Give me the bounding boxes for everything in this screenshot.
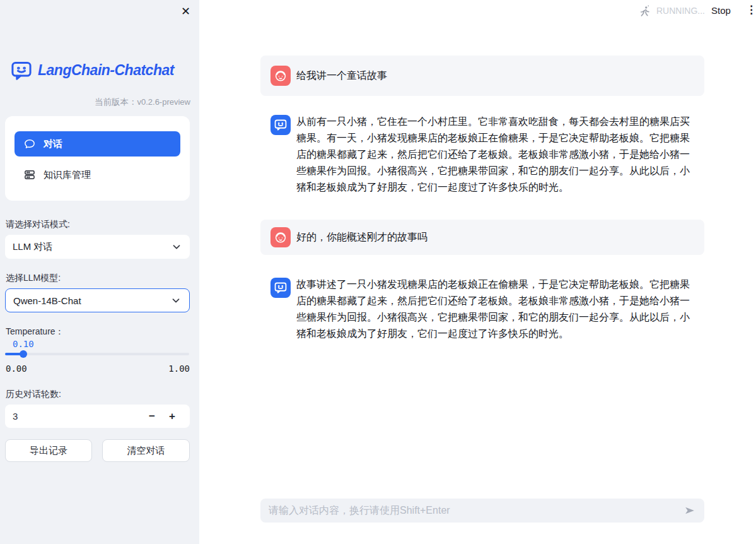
message-text: 故事讲述了一只小猪发现糖果店的老板娘正在偷糖果，于是它决定帮助老板娘。它把糖果店… bbox=[260, 270, 704, 342]
temperature-min: 0.00 bbox=[6, 364, 27, 374]
chevron-down-icon bbox=[171, 241, 182, 252]
temperature-slider[interactable] bbox=[5, 353, 189, 355]
nav-item-label: 对话 bbox=[44, 138, 62, 150]
assistant-bubble-icon bbox=[274, 118, 288, 132]
slider-thumb[interactable] bbox=[20, 350, 27, 358]
dialog-mode-value: LLM 对话 bbox=[13, 241, 52, 253]
message-text: 好的，你能概述刚才的故事吗 bbox=[260, 220, 704, 255]
assistant-avatar bbox=[270, 278, 291, 298]
clear-dialog-button[interactable]: 清空对话 bbox=[102, 439, 190, 462]
chat-input-box bbox=[260, 499, 704, 523]
nav-card: 对话知识库管理 bbox=[5, 116, 190, 201]
version-label: 当前版本： bbox=[95, 97, 137, 107]
temperature-value: 0.10 bbox=[13, 339, 34, 349]
user-face-icon bbox=[274, 230, 288, 244]
chat-bubble-icon bbox=[23, 138, 36, 150]
nav-item-label: 知识库管理 bbox=[44, 169, 91, 181]
chat-message-user: 给我讲一个童话故事 bbox=[260, 56, 704, 96]
user-avatar bbox=[270, 66, 291, 86]
history-rounds-label: 历史对话轮数: bbox=[6, 389, 61, 400]
dialog-mode-select[interactable]: LLM 对话 bbox=[5, 235, 190, 259]
logo-chat-bubble-icon bbox=[10, 59, 33, 81]
sidebar-close-icon[interactable]: ✕ bbox=[181, 5, 190, 18]
user-avatar bbox=[270, 227, 291, 247]
user-face-icon bbox=[274, 69, 288, 83]
decrement-button[interactable]: − bbox=[142, 410, 162, 423]
chat-message-assistant: 从前有一只小猪，它住在一个小村庄里。它非常喜欢吃甜食，每天都会去村里的糖果店买糖… bbox=[260, 107, 704, 204]
send-arrow-icon[interactable] bbox=[683, 504, 697, 517]
knowledge-base-icon bbox=[23, 169, 36, 181]
chevron-down-icon bbox=[170, 295, 182, 306]
logo-text: LangChain-Chatchat bbox=[38, 62, 174, 79]
running-person-icon bbox=[638, 4, 651, 18]
chat-message-user: 好的，你能概述刚才的故事吗 bbox=[260, 220, 704, 255]
assistant-bubble-icon bbox=[274, 281, 288, 295]
app-window: ✕ LangChain-Chatchat 当前版本：v0.2.6-preview… bbox=[0, 0, 756, 544]
running-status-text: RUNNING... bbox=[656, 6, 705, 16]
version-info: 当前版本：v0.2.6-preview bbox=[95, 97, 190, 108]
app-logo: LangChain-Chatchat bbox=[10, 59, 174, 81]
sidebar-nav-item-0[interactable]: 对话 bbox=[15, 131, 180, 157]
dialog-mode-label: 请选择对话模式: bbox=[6, 219, 70, 230]
llm-model-label: 选择LLM模型: bbox=[6, 273, 61, 284]
message-text: 给我讲一个童话故事 bbox=[260, 56, 704, 96]
history-rounds-input[interactable]: 3 − + bbox=[5, 405, 190, 428]
llm-model-select[interactable]: Qwen-14B-Chat bbox=[5, 288, 190, 312]
version-value: v0.2.6-preview bbox=[137, 97, 190, 107]
stop-button[interactable]: Stop bbox=[711, 5, 731, 16]
sidebar: ✕ LangChain-Chatchat 当前版本：v0.2.6-preview… bbox=[0, 0, 199, 544]
history-rounds-value: 3 bbox=[13, 411, 142, 422]
chat-input[interactable] bbox=[260, 499, 704, 523]
temperature-label: Temperature： bbox=[6, 326, 64, 338]
message-text: 从前有一只小猪，它住在一个小村庄里。它非常喜欢吃甜食，每天都会去村里的糖果店买糖… bbox=[260, 107, 704, 196]
kebab-menu-icon[interactable]: ⋮ bbox=[746, 3, 756, 17]
sidebar-nav-item-1[interactable]: 知识库管理 bbox=[15, 162, 180, 187]
llm-model-value: Qwen-14B-Chat bbox=[13, 295, 81, 306]
temperature-max: 1.00 bbox=[168, 364, 190, 374]
chat-message-assistant: 故事讲述了一只小猪发现糖果店的老板娘正在偷糖果，于是它决定帮助老板娘。它把糖果店… bbox=[260, 270, 704, 351]
increment-button[interactable]: + bbox=[162, 410, 182, 423]
assistant-avatar bbox=[270, 115, 291, 135]
export-records-button[interactable]: 导出记录 bbox=[5, 439, 92, 462]
